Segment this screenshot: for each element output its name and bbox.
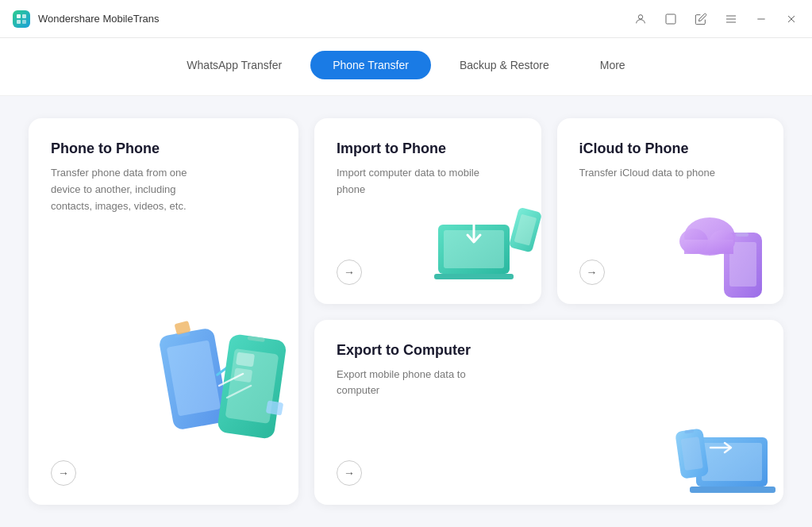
card-import-to-phone: Import to Phone Import computer data to … [314, 118, 541, 304]
svg-rect-2 [17, 20, 21, 24]
svg-rect-0 [17, 14, 21, 18]
cards-grid: Phone to Phone Transfer phone data from … [29, 118, 783, 505]
icloud-illustration [672, 201, 775, 296]
nav-bar: WhatsApp Transfer Phone Transfer Backup … [0, 38, 812, 96]
card-icloud-to-phone: iCloud to Phone Transfer iCloud data to … [557, 118, 784, 304]
card-export-arrow[interactable]: → [337, 460, 362, 486]
svg-rect-28 [729, 242, 756, 287]
card-export-title: Export to Computer [337, 342, 761, 359]
card-phone-to-phone-desc: Transfer phone data from one device to a… [51, 165, 210, 214]
card-import-title: Import to Phone [337, 140, 519, 157]
tab-backup-restore[interactable]: Backup & Restore [437, 51, 571, 79]
svg-rect-1 [22, 14, 26, 18]
title-bar-left: Wondershare MobileTrans [13, 10, 159, 28]
export-illustration [672, 402, 775, 497]
square-icon[interactable] [663, 11, 679, 27]
card-phone-to-phone: Phone to Phone Transfer phone data from … [29, 118, 298, 505]
svg-point-4 [638, 14, 642, 18]
main-content: Phone to Phone Transfer phone data from … [0, 96, 812, 527]
svg-rect-33 [684, 240, 733, 254]
card-import-desc: Import computer data to mobile phone [337, 165, 495, 198]
card-export-desc: Export mobile phone data to computer [337, 367, 495, 400]
svg-rect-36 [690, 487, 775, 493]
minimize-icon[interactable] [753, 11, 769, 27]
tab-phone-transfer[interactable]: Phone Transfer [310, 51, 431, 79]
card-icloud-title: iCloud to Phone [579, 140, 762, 157]
svg-rect-3 [22, 20, 26, 24]
menu-icon[interactable] [723, 11, 739, 27]
card-icloud-arrow[interactable]: → [579, 260, 605, 285]
card-export-to-computer: Export to Computer Export mobile phone d… [314, 320, 783, 506]
user-icon[interactable] [633, 11, 648, 27]
svg-rect-19 [233, 367, 252, 383]
title-bar: Wondershare MobileTrans [0, 0, 812, 38]
svg-rect-5 [666, 14, 675, 24]
app-icon [13, 10, 30, 28]
tab-whatsapp-transfer[interactable]: WhatsApp Transfer [164, 51, 304, 79]
card-icloud-desc: Transfer iCloud data to phone [579, 165, 738, 182]
card-phone-to-phone-arrow[interactable]: → [51, 460, 76, 486]
card-phone-to-phone-title: Phone to Phone [51, 140, 276, 157]
svg-rect-24 [434, 274, 514, 279]
app-title: Wondershare MobileTrans [38, 13, 159, 25]
card-import-arrow[interactable]: → [337, 260, 362, 285]
close-icon[interactable] [783, 11, 799, 27]
edit-icon[interactable] [693, 11, 709, 27]
phone-to-phone-illustration [148, 298, 298, 473]
tab-more[interactable]: More [578, 51, 648, 79]
title-bar-controls [633, 11, 799, 27]
svg-rect-18 [236, 352, 255, 367]
svg-rect-29 [736, 233, 749, 237]
import-illustration [430, 201, 533, 296]
svg-rect-21 [266, 400, 283, 415]
